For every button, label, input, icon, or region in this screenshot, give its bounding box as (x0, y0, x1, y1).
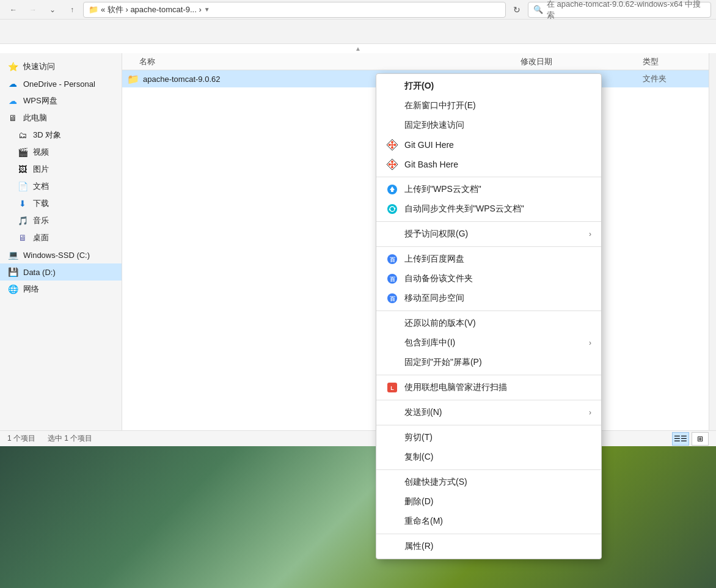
network-icon: 🌐 (7, 284, 18, 295)
sidebar-item-3d[interactable]: 🗂 3D 对象 (0, 127, 122, 144)
svg-rect-16 (391, 190, 393, 192)
recent-button[interactable]: ⌄ (44, 1, 61, 18)
view-controls: ☰☰ ⊞ (672, 432, 709, 446)
menu-item-pin_start[interactable]: 固定到"开始"屏幕(P) (376, 353, 601, 372)
sidebar-item-onedrive[interactable]: ☁ OneDrive - Personal (0, 75, 122, 92)
explorer-window: ← → ⌄ ↑ 📁 « 软件 › apache-tomcat-9... › ▼ … (0, 0, 716, 446)
sidebar-item-wps-drive[interactable]: ☁ WPS网盘 (0, 92, 122, 109)
address-bar[interactable]: 📁 « 软件 › apache-tomcat-9... › ▼ (83, 2, 506, 18)
menu-item-git_bash[interactable]: Git Bash Here (376, 155, 601, 174)
search-bar[interactable]: 🔍 在 apache-tomcat-9.0.62-windows-x64 中搜索 (528, 2, 711, 18)
menu-item-wps_sync[interactable]: 自动同步文件夹到"WPS云文档" (376, 199, 601, 219)
sidebar-item-this-pc[interactable]: 🖥 此电脑 (0, 109, 122, 127)
baidu-icon: 百 (387, 254, 398, 265)
item-count: 1 个项目 (7, 433, 35, 444)
lenovo-icon: L (387, 382, 398, 393)
folder-icon: 📁 (127, 73, 139, 85)
menu-item-rename[interactable]: 重命名(M) (376, 512, 601, 531)
back-button[interactable]: ← (5, 1, 22, 18)
menu-item-label-pin_start: 固定到"开始"屏幕(P) (404, 357, 482, 368)
submenu-arrow-send_to: › (589, 408, 591, 417)
col-date-header[interactable]: 修改日期 (521, 56, 643, 67)
menu-item-label-lenovo_scan: 使用联想电脑管家进行扫描 (404, 382, 507, 393)
menu-item-label-pin_quick: 固定到快速访问 (404, 120, 464, 131)
search-placeholder-text: 在 apache-tomcat-9.0.62-windows-x64 中搜索 (547, 0, 706, 21)
menu-item-git_gui[interactable]: Git GUI Here (376, 135, 601, 155)
sidebar-item-desktop[interactable]: 🖥 桌面 (0, 229, 122, 246)
menu-separator (376, 246, 601, 247)
sidebar-item-downloads[interactable]: ⬇ 下载 (0, 195, 122, 212)
forward-button[interactable]: → (24, 1, 42, 18)
refresh-button[interactable]: ↻ (508, 1, 525, 18)
menu-item-label-grant_access: 授予访问权限(G) (404, 229, 468, 240)
menu-item-label-cut: 剪切(T) (404, 432, 433, 443)
menu-item-create_shortcut[interactable]: 创建快捷方式(S) (376, 472, 601, 492)
svg-point-17 (387, 204, 397, 214)
sidebar: ⭐ 快速访问 ☁ OneDrive - Personal ☁ WPS网盘 🖥 此… (0, 53, 122, 430)
address-dropdown-icon: ▼ (204, 6, 210, 13)
menu-item-restore[interactable]: 还原以前的版本(V) (376, 314, 601, 333)
menu-item-send_to[interactable]: 发送到(N)› (376, 403, 601, 422)
status-bar: 1 个项目 选中 1 个项目 ☰☰ ⊞ (0, 430, 716, 446)
sidebar-item-network[interactable]: 🌐 网络 (0, 281, 122, 298)
menu-item-lenovo_scan[interactable]: L 使用联想电脑管家进行扫描 (376, 378, 601, 397)
menu-item-wps_upload[interactable]: 上传到"WPS云文档" (376, 180, 601, 199)
menu-item-copy[interactable]: 复制(C) (376, 447, 601, 467)
menu-separator (376, 425, 601, 425)
downloads-icon: ⬇ (17, 198, 28, 209)
menu-item-pin_quick[interactable]: 固定到快速访问 (376, 116, 601, 135)
menu-item-open[interactable]: 打开(O) (376, 76, 601, 96)
menu-separator (376, 375, 601, 375)
sidebar-label-network: 网络 (23, 284, 39, 295)
menu-item-delete[interactable]: 删除(D) (376, 492, 601, 512)
sidebar-label-quick-access: 快速访问 (23, 61, 55, 72)
menu-item-label-git_gui: Git GUI Here (404, 140, 454, 150)
menu-separator (376, 469, 601, 470)
svg-text:L: L (390, 385, 394, 391)
svg-text:百: 百 (390, 276, 396, 282)
menu-item-baidu_move[interactable]: 百 移动至同步空间 (376, 288, 601, 308)
right-scrollbar[interactable] (709, 53, 716, 430)
pictures-icon: 🖼 (17, 164, 28, 175)
view-large-icons-button[interactable]: ⊞ (692, 432, 709, 446)
sidebar-item-quick-access[interactable]: ⭐ 快速访问 (0, 58, 122, 75)
up-button[interactable]: ↑ (64, 1, 81, 18)
scroll-up-arrow[interactable]: ▲ (0, 44, 716, 53)
sidebar-label-desktop: 桌面 (33, 232, 49, 243)
sidebar-item-video[interactable]: 🎬 视频 (0, 144, 122, 161)
sidebar-item-drive-d[interactable]: 💾 Data (D:) (0, 263, 122, 281)
svg-text:百: 百 (390, 296, 396, 302)
menu-item-label-wps_sync: 自动同步文件夹到"WPS云文档" (404, 204, 524, 215)
toolbar (0, 20, 716, 44)
search-icon: 🔍 (533, 5, 543, 14)
view-details-button[interactable]: ☰☰ (672, 432, 689, 446)
menu-item-baidu_backup[interactable]: 百 自动备份该文件夹 (376, 269, 601, 288)
sidebar-item-documents[interactable]: 📄 文档 (0, 178, 122, 195)
sidebar-item-pictures[interactable]: 🖼 图片 (0, 161, 122, 178)
sidebar-item-drive-c[interactable]: 💻 Windows-SSD (C:) (0, 246, 122, 263)
menu-item-label-create_shortcut: 创建快捷方式(S) (404, 477, 467, 488)
drive-d-icon: 💾 (7, 266, 18, 277)
col-name-header[interactable]: 名称 (127, 56, 521, 67)
sidebar-label-3d: 3D 对象 (33, 130, 61, 141)
menu-item-label-baidu_move: 移动至同步空间 (404, 293, 464, 304)
sidebar-label-drive-d: Data (D:) (23, 268, 56, 277)
col-type-header[interactable]: 类型 (643, 56, 704, 67)
sidebar-item-music[interactable]: 🎵 音乐 (0, 212, 122, 229)
menu-item-grant_access[interactable]: 授予访问权限(G)› (376, 224, 601, 244)
menu-item-label-git_bash: Git Bash Here (404, 160, 458, 169)
sidebar-label-downloads: 下载 (33, 198, 49, 209)
menu-item-label-open_new_window: 在新窗口中打开(E) (404, 100, 476, 111)
menu-item-properties[interactable]: 属性(R) (376, 537, 601, 556)
menu-item-cut[interactable]: 剪切(T) (376, 428, 601, 447)
submenu-arrow-grant_access: › (589, 230, 591, 238)
sidebar-label-this-pc: 此电脑 (23, 112, 47, 123)
menu-separator (376, 534, 601, 534)
menu-separator (376, 311, 601, 311)
sidebar-label-music: 音乐 (33, 215, 49, 226)
menu-item-include_lib[interactable]: 包含到库中(I)› (376, 333, 601, 353)
menu-item-baidu_upload[interactable]: 百 上传到百度网盘 (376, 249, 601, 269)
submenu-arrow-include_lib: › (589, 339, 591, 347)
3d-icon: 🗂 (17, 130, 28, 141)
menu-item-open_new_window[interactable]: 在新窗口中打开(E) (376, 96, 601, 116)
